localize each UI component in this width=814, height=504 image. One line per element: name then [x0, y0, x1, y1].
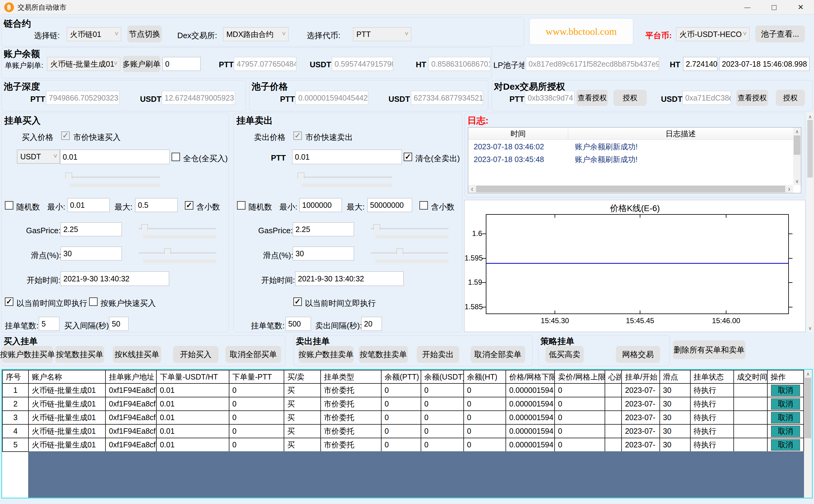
scroll-down-icon[interactable]	[806, 324, 814, 332]
log-horizontal-scrollbar[interactable]	[468, 185, 793, 193]
buy-fastacct-checkbox[interactable]	[89, 297, 98, 306]
table-vertical-scrollbar[interactable]	[804, 370, 812, 498]
cancel-order-button[interactable]: 取消	[771, 412, 800, 423]
cancel-all-buy-button[interactable]: 取消全部买单	[225, 346, 281, 363]
buy-count-input[interactable]: 5	[39, 317, 59, 331]
sell-min-input[interactable]: 1000000	[299, 198, 342, 212]
buy-all-checkbox[interactable]	[171, 153, 180, 161]
account-select[interactable]: 火币链-批量生成01	[47, 57, 120, 71]
sell-interval-input[interactable]: 20	[361, 317, 382, 331]
sell-amount-slider[interactable]	[297, 173, 392, 188]
buy-slip-input[interactable]: 30	[61, 247, 122, 260]
buy-random-checkbox[interactable]	[5, 201, 13, 210]
token-select[interactable]: PTT	[353, 27, 411, 41]
titlebar: ฿ 交易所自动做市	[0, 0, 814, 15]
sell-fast-checkbox[interactable]	[293, 131, 302, 140]
sell-now-checkbox[interactable]	[293, 297, 302, 306]
sell-by-account-button[interactable]: 按账户数挂卖单	[298, 346, 354, 363]
pool-price-usdt-value: 627334.6877934521	[411, 91, 483, 105]
balance-ht-label: HT	[416, 60, 427, 69]
node-switch-button[interactable]: 节点切换	[127, 25, 162, 42]
cancel-order-button[interactable]: 取消	[771, 426, 800, 437]
cancel-order-button[interactable]: 取消	[771, 398, 800, 410]
platform-coin-select[interactable]: 火币-USDT-HECO	[676, 27, 749, 41]
close-button[interactable]	[787, 0, 814, 15]
column-header: 操作	[767, 370, 804, 383]
multi-account-input[interactable]: 0	[162, 57, 201, 71]
window-vertical-scrollbar[interactable]	[807, 113, 813, 332]
orders-tbody: 1火币链-批量生成010xf1F94Ea8cf0.010买市价委托0000.00…	[2, 383, 804, 452]
view-auth-ptt-button[interactable]: 查看授权	[577, 90, 608, 106]
auth-usdt-button[interactable]: 授权	[776, 90, 805, 106]
sell-by-count-button[interactable]: 按笔数挂卖单	[359, 346, 408, 363]
view-auth-usdt-button[interactable]: 查看授权	[736, 90, 768, 106]
scroll-up-icon[interactable]	[806, 113, 814, 121]
scroll-up-icon[interactable]	[793, 128, 801, 135]
sell-slip-input[interactable]: 30	[293, 247, 354, 260]
scroll-left-icon[interactable]	[468, 185, 476, 193]
buy-by-count-button[interactable]: 按笔数挂买单	[55, 346, 104, 363]
buy-fast-checkbox[interactable]	[61, 131, 70, 140]
log-col-time: 时间	[468, 128, 568, 140]
y-axis-tick-label: 1.59	[465, 278, 482, 287]
pool-depth-usdt-label: USDT	[140, 95, 161, 104]
start-buy-button[interactable]: 开始买入	[173, 346, 218, 363]
pool-view-button[interactable]: 池子查看...	[755, 25, 805, 42]
table-empty-area	[28, 451, 804, 498]
buy-max-input[interactable]: 0.5	[135, 198, 178, 212]
buy-unit-select[interactable]: USDT	[17, 150, 60, 164]
buy-slip-slider[interactable]	[139, 248, 216, 264]
buy-interval-input[interactable]: 50	[109, 317, 128, 331]
buy-fast-label: 市价快速买入	[73, 132, 121, 143]
buy-amount-slider[interactable]	[65, 173, 160, 188]
multi-account-button[interactable]: 多账户刷单	[123, 56, 160, 72]
start-sell-button[interactable]: 开始卖出	[417, 346, 459, 363]
sell-gas-input[interactable]: 2.25	[293, 222, 354, 236]
column-header: 下单量-USDT/HT	[156, 370, 229, 383]
log-vertical-scrollbar[interactable]	[793, 128, 801, 185]
buy-slip-label: 滑点(%):	[31, 250, 61, 261]
buy-amount-input[interactable]: 0.01	[60, 150, 170, 164]
scroll-right-icon[interactable]	[785, 185, 793, 193]
maximize-button[interactable]	[761, 0, 787, 15]
buy-start-input[interactable]: 2021-9-30 13:40:32	[61, 271, 169, 286]
sell-price-label: 卖出价格	[254, 132, 285, 143]
sell-max-input[interactable]: 50000000	[367, 198, 412, 212]
buy-low-sell-high-button[interactable]: 低买高卖	[546, 346, 584, 363]
buy-now-checkbox[interactable]	[5, 297, 13, 306]
column-header: 序号	[2, 370, 28, 383]
sell-random-label: 随机数	[248, 202, 272, 212]
sell-count-input[interactable]: 500	[285, 317, 311, 331]
delete-all-orders-button[interactable]: 删除所有买单和卖单	[673, 340, 746, 359]
buy-panel: 挂单买入 买入价格 市价快速买入 USDT 0.01 全仓(全买入) 随机数 最…	[1, 113, 229, 333]
cancel-order-button[interactable]: 取消	[771, 439, 800, 451]
buy-gas-input[interactable]: 2.25	[61, 222, 122, 236]
price-chart: 价格K线(E-6) 1.5851.591.5951.615:45.3015:45…	[464, 200, 806, 332]
minimize-button[interactable]	[734, 0, 761, 15]
buy-by-account-button[interactable]: 按账户数挂买单	[2, 346, 53, 363]
sell-clear-checkbox[interactable]	[404, 153, 412, 161]
cancel-order-button[interactable]: 取消	[771, 385, 800, 396]
buy-min-input[interactable]: 0.01	[67, 198, 110, 212]
single-account-label: 单账户刷单:	[5, 61, 43, 70]
buy-decimal-checkbox[interactable]	[185, 201, 193, 210]
site-link[interactable]: www.bbctool.com	[529, 18, 633, 45]
scroll-up-icon[interactable]	[804, 370, 812, 378]
chain-select[interactable]: 火币链01	[67, 27, 121, 41]
auth-ptt-button[interactable]: 授权	[613, 90, 647, 106]
buy-gas-slider[interactable]	[139, 224, 216, 239]
cancel-all-sell-button[interactable]: 取消全部卖单	[471, 346, 525, 363]
balance-usdt-value: 0.5957447915790	[332, 57, 393, 71]
sell-start-input[interactable]: 2021-9-30 13:40:32	[295, 271, 404, 286]
sell-amount-input[interactable]: 0.01	[292, 150, 402, 164]
scroll-down-icon[interactable]	[793, 177, 801, 185]
sell-gas-slider[interactable]	[371, 224, 449, 239]
buy-by-kline-button[interactable]: 按K线挂买单	[113, 346, 161, 363]
sell-slip-slider[interactable]	[371, 248, 449, 264]
column-header: 卖价/网格上限	[555, 370, 605, 383]
sell-random-checkbox[interactable]	[237, 201, 245, 210]
sell-decimal-checkbox[interactable]	[420, 201, 428, 210]
grid-trading-button[interactable]: 网格交易	[616, 346, 660, 363]
pool-price-title: 池子价格	[251, 81, 288, 93]
dex-select[interactable]: MDX路由合约	[223, 27, 288, 41]
